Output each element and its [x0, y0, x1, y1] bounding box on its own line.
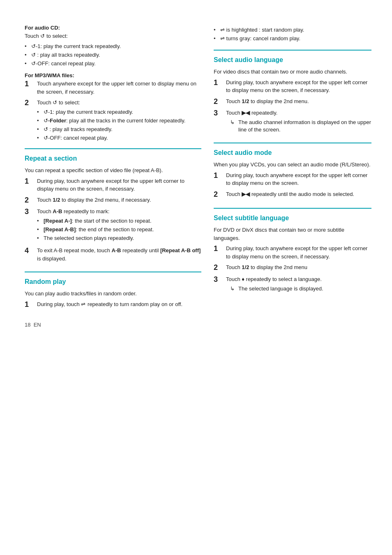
bullet-item: • ↺-Folder: play all the tracks in the c…: [37, 117, 201, 124]
step-num: 2: [214, 263, 222, 272]
select-audio-mode-title: Select audio mode: [214, 147, 371, 157]
page: For audio CD: Touch ↺ to select: • ↺-1: …: [0, 0, 392, 352]
bullet-item: • ↺-1: play the current track repeatedly…: [25, 43, 201, 50]
step-num: 1: [214, 244, 222, 253]
step-num: 3: [214, 275, 222, 284]
select-audio-language-title: Select audio language: [214, 55, 371, 64]
bullet-item: • ↺-1: play the current track repeatedly…: [37, 108, 201, 116]
step-item: 2 Touch 1/2 to display the 2nd menu: [214, 263, 371, 272]
repeat-section-intro: You can repeat a specific section of vid…: [25, 166, 201, 175]
select-subtitle-language-intro: For DVD or DivX discs that contain two o…: [214, 226, 371, 242]
bullet-text: ↺-1: play the current track repeatedly.: [44, 108, 133, 116]
bullet-text: [Repeat A-B]: the end of the section to …: [44, 226, 154, 233]
step-item: 2 Touch 1/2 to display the 2nd menu, if …: [25, 196, 201, 205]
select-audio-language-intro: For video discs that contain two or more…: [214, 68, 371, 76]
step-content: Touch anywhere except for the upper left…: [37, 80, 201, 96]
section-divider: [214, 143, 371, 143]
bullet-item: • ⇌ turns gray: cancel random play.: [214, 35, 371, 42]
section-divider: [25, 148, 201, 149]
bullet-text: ↺-OFF: cancel repeat play.: [44, 134, 108, 142]
bullet-item: • [Repeat A-B]: the end of the section t…: [37, 226, 201, 233]
step-item: 1 Touch anywhere except for the upper le…: [25, 80, 201, 96]
bullet-dot: •: [37, 217, 41, 225]
select-audio-mode-section: Select audio mode When you play VCDs, yo…: [214, 143, 371, 199]
sub-arrow: ↳ The audio channel information is displ…: [230, 119, 371, 134]
repeat-steps: 1 During play, touch anywhere except for…: [25, 177, 201, 263]
sub-arrow: ↳ The selected language is displayed.: [230, 285, 371, 292]
step-item: 3 Touch A-B repeatedly to mark: • [Repea…: [25, 207, 201, 244]
step-num: 1: [25, 80, 33, 89]
step-num: 2: [214, 97, 222, 106]
step-item: 2 Touch ↺ to select: • ↺-1: play the cur…: [25, 99, 201, 143]
bullet-dot: •: [37, 126, 41, 133]
mp3-label: For MP3/WMA files:: [25, 72, 201, 78]
repeat-section: Repeat a section You can repeat a specif…: [25, 148, 201, 263]
bullet-text: ↺-1: play the current track repeatedly.: [31, 43, 121, 50]
step-item: 2 Touch 1/2 to display the 2nd menu.: [214, 97, 371, 106]
random-bullets: • ⇌ is highlighted : start random play. …: [214, 26, 371, 42]
select-audio-mode-steps: 1 During play, touch anywhere except for…: [214, 171, 371, 199]
page-number: 18: [25, 322, 30, 328]
bullet-dot: •: [37, 108, 41, 116]
step-content: Touch 1/2 to display the 2nd menu: [226, 263, 371, 272]
page-lang: EN: [34, 322, 41, 328]
bullet-dot: •: [214, 35, 218, 42]
audio-cd-section: For audio CD: Touch ↺ to select: • ↺-1: …: [25, 25, 201, 67]
step-item: 1 During play, touch anywhere except for…: [25, 177, 201, 193]
random-play-title: Random play: [25, 276, 201, 286]
step-item: 1 During play, touch anywhere except for…: [214, 171, 371, 187]
bullet-dot: •: [37, 226, 41, 233]
sub-arrow-text: The selected language is displayed.: [238, 285, 323, 292]
bullet-text: ↺ : play all tracks repeatedly.: [44, 126, 113, 133]
bullet-item: • ↺-OFF: cancel repeat play.: [37, 134, 201, 142]
random-play-intro: You can play audio tracks/files in rando…: [25, 290, 201, 298]
bullet-item: • The selected section plays repeatedly.: [37, 235, 201, 242]
bullet-dot: •: [37, 134, 41, 142]
audio-cd-touch-label: Touch ↺ to select:: [25, 32, 201, 40]
audio-cd-bullets: • ↺-1: play the current track repeatedly…: [25, 43, 201, 68]
step-num: 3: [25, 207, 33, 216]
step-item: 1 During play, touch ⇌ repeatedly to tur…: [25, 300, 201, 309]
step-content: Touch 1/2 to display the 2nd menu.: [226, 97, 371, 106]
footer: 18 EN: [25, 322, 201, 328]
bullet-text: ↺-Folder: play all the tracks in the cur…: [44, 117, 185, 124]
select-subtitle-language-title: Select subtitle language: [214, 213, 371, 222]
bullet-text: [Repeat A-]: the start of the section to…: [44, 217, 152, 225]
bullet-item: • ↺-OFF: cancel repeat play.: [25, 60, 201, 67]
step-content: During play, touch anywhere except for t…: [226, 171, 371, 187]
bullet-item: • [Repeat A-]: the start of the section …: [37, 217, 201, 225]
select-audio-language-steps: 1 During play, touch anywhere except for…: [214, 78, 371, 134]
repeat-bullets: • [Repeat A-]: the start of the section …: [37, 217, 201, 242]
select-audio-language-section: Select audio language For video discs th…: [214, 50, 371, 134]
step-num: 2: [25, 196, 33, 205]
step-content: Touch ▶◀ repeatedly. ↳ The audio channel…: [226, 109, 371, 134]
step-content: To exit A-B repeat mode, touch A-B repea…: [37, 246, 201, 263]
right-column: • ⇌ is highlighted : start random play. …: [214, 25, 371, 328]
bullet-item: • ↺ : play all tracks repeatedly.: [37, 126, 201, 133]
bullet-dot: •: [37, 235, 41, 242]
select-audio-mode-intro: When you play VCDs, you can select an au…: [214, 161, 371, 169]
arrow-symbol: ↳: [230, 285, 236, 292]
random-bullets-section: • ⇌ is highlighted : start random play. …: [214, 26, 371, 42]
step-num: 1: [25, 177, 33, 186]
select-subtitle-language-section: Select subtitle language For DVD or DivX…: [214, 208, 371, 292]
random-play-section: Random play You can play audio tracks/fi…: [25, 272, 201, 309]
bullet-dot: •: [25, 60, 29, 67]
bullet-text: ⇌ is highlighted : start random play.: [220, 26, 304, 34]
bullet-text: The selected section plays repeatedly.: [44, 235, 134, 242]
step-item: 1 During play, touch anywhere except for…: [214, 244, 371, 260]
section-divider: [25, 272, 201, 272]
step-num: 4: [25, 246, 33, 256]
step-content: During play, touch ⇌ repeatedly to turn …: [37, 300, 201, 309]
step-num: 2: [214, 190, 222, 199]
bullet-item: • ↺ : play all tracks repeatedly.: [25, 51, 201, 59]
step-content: Touch ♦ repeatedly to select a language.…: [226, 275, 371, 292]
bullet-dot: •: [25, 43, 29, 50]
bullet-item: • ⇌ is highlighted : start random play.: [214, 26, 371, 34]
section-divider: [214, 50, 371, 51]
repeat-section-title: Repeat a section: [25, 153, 201, 162]
bullet-text: ↺ : play all tracks repeatedly.: [31, 51, 100, 59]
step-num: 1: [25, 300, 33, 309]
step-content: Touch ↺ to select: • ↺-1: play the curre…: [37, 99, 201, 143]
sub-arrow-text: The audio channel information is display…: [238, 119, 371, 134]
